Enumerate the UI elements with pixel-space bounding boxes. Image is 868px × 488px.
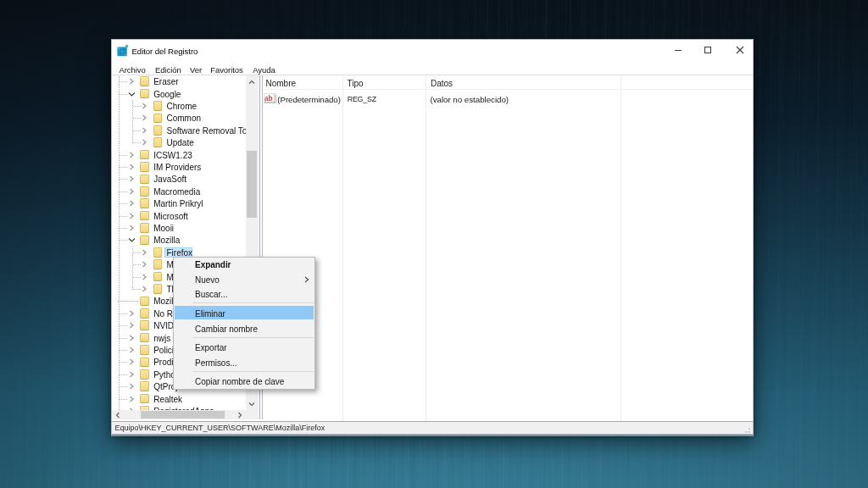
svg-text:ab: ab	[264, 94, 273, 102]
